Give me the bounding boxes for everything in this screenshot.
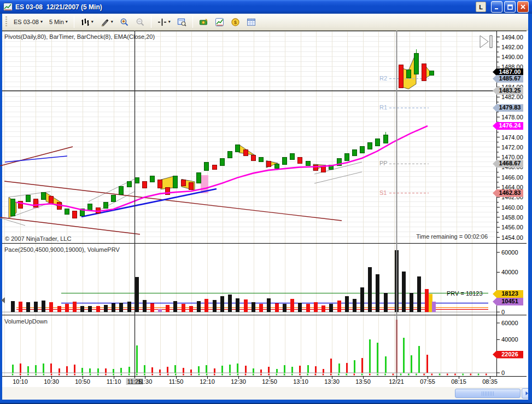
volume-bar <box>173 301 177 312</box>
volume-bar <box>345 296 349 312</box>
candle <box>251 155 256 161</box>
updown-volume-bar <box>369 339 371 373</box>
updown-volume-bar <box>260 370 262 373</box>
time-tick-label: 08:35 <box>481 378 499 385</box>
chevron-down-icon: ▾ <box>168 20 171 24</box>
candle <box>80 209 85 216</box>
minimize-button[interactable] <box>491 1 502 13</box>
candle <box>352 149 357 155</box>
instrument-selector[interactable]: ES 03-08 ▾ <box>10 16 46 27</box>
updown-volume-bar <box>307 365 309 373</box>
candle <box>10 199 15 216</box>
panel-divider[interactable] <box>2 315 527 315</box>
candle <box>360 146 365 154</box>
data-box-icon <box>177 18 186 27</box>
zoom-in-button[interactable] <box>116 15 132 29</box>
updown-volume-bar <box>237 363 238 373</box>
time-tick-label: 11:50 <box>168 378 185 385</box>
candle-wick <box>416 49 417 53</box>
candle <box>196 172 201 184</box>
price-tick-label: 1472.00 <box>501 144 523 151</box>
price-tick-label: 1470.00 <box>501 154 523 160</box>
price-marker: 1483.25 <box>493 87 523 95</box>
updown-volume-bar <box>361 358 363 373</box>
drawing-tools-icon <box>100 18 109 27</box>
updown-volume-bar <box>183 368 184 373</box>
close-button[interactable] <box>517 1 529 13</box>
volume-bar <box>306 304 310 312</box>
account-coin-icon: $ <box>231 18 240 27</box>
candle <box>266 161 271 167</box>
volume-bar <box>49 302 53 312</box>
volume-bar <box>402 272 406 312</box>
volume-tick-label: 60000 <box>501 249 518 256</box>
volume-tick-label: 0 <box>501 309 505 315</box>
panel-border-bottom <box>2 376 527 377</box>
updown-volume-bar <box>105 368 107 373</box>
volume-bar <box>314 302 318 312</box>
updown-volume-bar <box>206 365 207 373</box>
horizontal-scrollbar[interactable] <box>2 387 528 400</box>
volume-bar <box>425 289 429 312</box>
time-tick-label: 12:50 <box>261 378 278 385</box>
time-tick-label: 10:30 <box>43 378 60 385</box>
candle <box>383 135 388 143</box>
volume-bar <box>197 301 201 312</box>
toolbar-grip[interactable] <box>5 16 7 27</box>
price-tick-label: 1482.00 <box>501 94 523 100</box>
candle <box>414 53 419 74</box>
new-chart-icon <box>215 18 224 27</box>
titlebar[interactable]: ES 03-08 12/21/2007 (5 Min) L <box>0 0 532 14</box>
updown-volume-bar <box>66 366 68 373</box>
time-tick-label: 11:30 <box>137 378 154 385</box>
price-tick-label: 1492.00 <box>501 44 523 50</box>
restore-button[interactable] <box>504 1 516 13</box>
close-icon <box>520 4 526 10</box>
updown-volume-bar <box>245 366 247 373</box>
volume-bar <box>158 309 162 312</box>
vud-panel-indicator-label: VolumeUpDown <box>4 318 48 325</box>
panel-divider[interactable] <box>2 243 527 244</box>
time-tick-label: 11:10 <box>106 378 122 385</box>
new-chart-button[interactable] <box>212 15 227 29</box>
volume-bar <box>42 301 45 312</box>
price-tick-label: 1454.00 <box>501 234 523 241</box>
pivot-line-label: R1 <box>379 104 387 111</box>
interval-label: 5 Min <box>49 19 64 25</box>
updown-volume-bar <box>385 356 387 373</box>
account-button[interactable]: $ <box>227 15 243 29</box>
updown-volume-bar <box>43 363 44 373</box>
candle <box>57 202 62 210</box>
volume-bar <box>127 302 131 312</box>
window-border <box>528 14 532 404</box>
minimize-icon <box>494 4 500 10</box>
zoom-out-icon <box>136 18 145 27</box>
updown-volume-bar <box>403 338 405 373</box>
updown-volume-bar <box>74 365 75 373</box>
data-box-button[interactable] <box>174 15 190 29</box>
updown-volume-bar <box>159 370 161 373</box>
chevron-down-icon: ▾ <box>111 20 113 24</box>
time-tick-label: 10:50 <box>74 378 91 385</box>
drawing-tools-button[interactable]: ▾ <box>97 15 116 29</box>
zoom-out-button[interactable] <box>132 15 148 29</box>
price-marker: 1479.83 <box>493 104 523 112</box>
volume-updown-panel[interactable] <box>2 315 496 376</box>
instrument-manager-button[interactable] <box>243 15 259 29</box>
crosshair-button[interactable]: ▾ <box>154 15 174 29</box>
candle <box>49 196 54 204</box>
chart-trader-button[interactable] <box>196 15 212 29</box>
interval-selector[interactable]: 5 Min ▾ <box>46 16 71 27</box>
volume-bar <box>252 302 255 312</box>
link-button[interactable]: L <box>476 2 486 12</box>
scrollbar-thumb[interactable] <box>455 389 521 398</box>
updown-volume-bar <box>396 320 397 373</box>
updown-volume-bar <box>136 345 138 373</box>
volume-bar <box>189 306 193 312</box>
candle <box>220 158 225 166</box>
candle <box>367 142 372 150</box>
volume-tick-label: 60000 <box>501 320 518 326</box>
bar-type-button[interactable]: ▾ <box>77 15 97 29</box>
time-tick-label: 13:50 <box>354 378 372 385</box>
updown-volume-bar <box>299 366 301 373</box>
